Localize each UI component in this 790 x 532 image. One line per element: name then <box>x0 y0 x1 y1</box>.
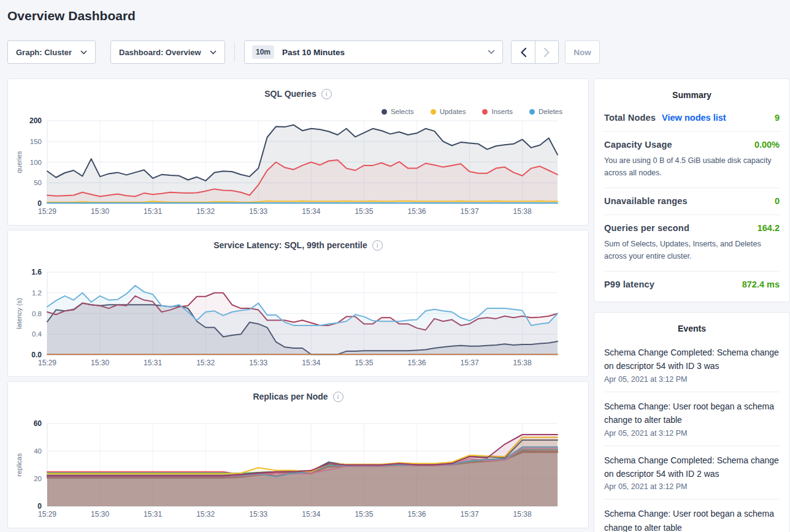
next-time-range-button[interactable] <box>535 41 558 63</box>
chart-canvas[interactable]: 020406015:2915:3015:3115:3215:3315:3415:… <box>8 411 589 520</box>
chart-canvas[interactable]: 0.00.40.81.21.615:2915:3015:3115:3215:33… <box>8 260 589 369</box>
svg-text:0.4: 0.4 <box>32 330 42 338</box>
svg-text:0: 0 <box>37 199 42 208</box>
svg-text:15:31: 15:31 <box>144 359 162 367</box>
summary-row: P99 latency872.4 ms <box>604 271 780 298</box>
svg-text:15:33: 15:33 <box>249 207 267 216</box>
time-range-badge: 10m <box>252 45 274 59</box>
svg-text:15:36: 15:36 <box>407 510 426 519</box>
prev-time-range-button[interactable] <box>512 41 535 63</box>
svg-text:15:33: 15:33 <box>249 510 267 519</box>
chevron-right-icon <box>544 48 550 57</box>
dashboard-dropdown-label: Dashboard: Overview <box>119 48 201 57</box>
view-nodes-list-link[interactable]: View nodes list <box>662 113 726 123</box>
legend-dot-icon <box>529 109 535 115</box>
svg-text:15:32: 15:32 <box>196 359 215 367</box>
chart-panel-service-latency: Service Latency: SQL, 99th percentile i … <box>7 230 589 377</box>
svg-text:15:36: 15:36 <box>407 359 426 367</box>
summary-row-value: 164.2 <box>757 223 780 233</box>
summary-row-value: 0.00% <box>754 140 780 150</box>
chart-legend: SelectsUpdatesInsertsDeletes <box>382 108 562 115</box>
summary-row: Queries per second164.2Sum of Selects, U… <box>604 215 780 271</box>
legend-label: Selects <box>391 108 414 115</box>
legend-label: Updates <box>440 108 466 115</box>
chevron-down-icon <box>488 50 495 55</box>
svg-text:0.0: 0.0 <box>31 351 42 359</box>
event-text: Schema Change: User root began a schema … <box>604 507 780 532</box>
replicas-per-node-chart[interactable]: 020406015:2915:3015:3115:3215:3315:3415:… <box>8 411 588 520</box>
event-item[interactable]: Schema Change Completed: Schema change o… <box>604 338 780 392</box>
event-item[interactable]: Schema Change: User root began a schema … <box>604 392 780 446</box>
svg-text:100: 100 <box>30 159 42 166</box>
event-item[interactable]: Schema Change Completed: Schema change o… <box>604 446 780 500</box>
svg-text:15:33: 15:33 <box>249 359 267 367</box>
toolbar-divider <box>234 43 235 61</box>
svg-text:15:38: 15:38 <box>513 359 532 367</box>
svg-text:latency (s): latency (s) <box>15 298 23 329</box>
event-item[interactable]: Schema Change: User root began a schema … <box>604 499 780 532</box>
chart-title-sql-queries: SQL Queries <box>264 89 316 99</box>
svg-text:15:30: 15:30 <box>91 359 109 367</box>
legend-item-updates[interactable]: Updates <box>431 108 466 115</box>
chart-panel-sql-queries: SQL Queries i SelectsUpdatesInsertsDelet… <box>7 78 589 226</box>
event-timestamp: Apr 05, 2021 at 3:12 PM <box>604 482 780 491</box>
chart-title-service-latency: Service Latency: SQL, 99th percentile <box>213 240 367 250</box>
graph-dropdown-label: Graph: Cluster <box>16 48 72 57</box>
sql-queries-chart[interactable]: 05010015020015:2915:3015:3115:3215:3315:… <box>8 108 588 218</box>
svg-text:1.6: 1.6 <box>31 268 42 276</box>
event-timestamp: Apr 05, 2021 at 3:12 PM <box>604 429 780 438</box>
svg-text:15:29: 15:29 <box>38 510 56 519</box>
svg-text:60: 60 <box>34 419 42 428</box>
svg-text:replicas: replicas <box>15 453 23 476</box>
legend-dot-icon <box>482 109 488 115</box>
service-latency-chart[interactable]: 0.00.40.81.21.615:2915:3015:3115:3215:33… <box>8 260 588 369</box>
info-icon[interactable]: i <box>321 89 332 99</box>
time-step-button-group <box>511 40 559 64</box>
summary-row-value: 9 <box>775 113 780 123</box>
svg-text:200: 200 <box>29 116 42 125</box>
charts-column: SQL Queries i SelectsUpdatesInsertsDelet… <box>7 78 589 528</box>
events-title: Events <box>604 324 780 333</box>
legend-label: Inserts <box>491 108 513 115</box>
summary-row-subtext: You are using 0 B of 4.5 GiB usable disk… <box>604 154 780 179</box>
dashboard-layout: SQL Queries i SelectsUpdatesInsertsDelet… <box>7 78 790 532</box>
summary-row-label: Queries per second <box>604 223 689 233</box>
summary-row-label: Total Nodes <box>604 113 656 123</box>
svg-text:15:29: 15:29 <box>38 207 56 216</box>
chart-header: SQL Queries i <box>8 79 588 100</box>
svg-text:50: 50 <box>34 179 42 186</box>
legend-item-inserts[interactable]: Inserts <box>482 108 513 115</box>
chart-header: Replicas per Node i <box>8 382 588 403</box>
info-icon[interactable]: i <box>372 240 383 251</box>
info-icon[interactable]: i <box>333 392 343 402</box>
chart-panel-replicas-per-node: Replicas per Node i 020406015:2915:3015:… <box>7 381 589 528</box>
chart-canvas[interactable]: 05010015020015:2915:3015:3115:3215:3315:… <box>8 108 589 218</box>
svg-text:15:32: 15:32 <box>196 207 215 216</box>
svg-text:15:34: 15:34 <box>302 207 320 216</box>
svg-text:15:36: 15:36 <box>407 207 426 216</box>
graph-dropdown[interactable]: Graph: Cluster <box>7 40 96 64</box>
svg-text:15:38: 15:38 <box>513 207 532 216</box>
summary-row-label: Capacity Usage <box>604 140 672 150</box>
svg-text:150: 150 <box>30 138 42 145</box>
dashboard-dropdown[interactable]: Dashboard: Overview <box>110 40 225 64</box>
chevron-left-icon <box>521 48 526 57</box>
svg-text:15:37: 15:37 <box>461 510 479 519</box>
summary-row-value: 872.4 ms <box>742 279 780 289</box>
legend-item-deletes[interactable]: Deletes <box>529 108 562 115</box>
time-range-picker[interactable]: 10m Past 10 Minutes <box>244 40 503 64</box>
summary-panel: Summary Total NodesView nodes list9Capac… <box>594 78 790 302</box>
now-button[interactable]: Now <box>565 40 600 64</box>
svg-text:0.8: 0.8 <box>32 310 42 317</box>
svg-text:15:38: 15:38 <box>513 510 532 519</box>
svg-text:15:35: 15:35 <box>355 207 373 216</box>
legend-item-selects[interactable]: Selects <box>382 108 414 115</box>
svg-text:15:34: 15:34 <box>302 510 320 519</box>
svg-text:15:37: 15:37 <box>461 359 479 367</box>
svg-text:15:35: 15:35 <box>355 359 373 367</box>
svg-text:queries: queries <box>15 151 23 173</box>
event-text: Schema Change Completed: Schema change o… <box>604 346 780 373</box>
svg-text:15:30: 15:30 <box>91 207 109 216</box>
summary-rows: Total NodesView nodes list9Capacity Usag… <box>604 105 780 298</box>
legend-dot-icon <box>431 109 436 115</box>
